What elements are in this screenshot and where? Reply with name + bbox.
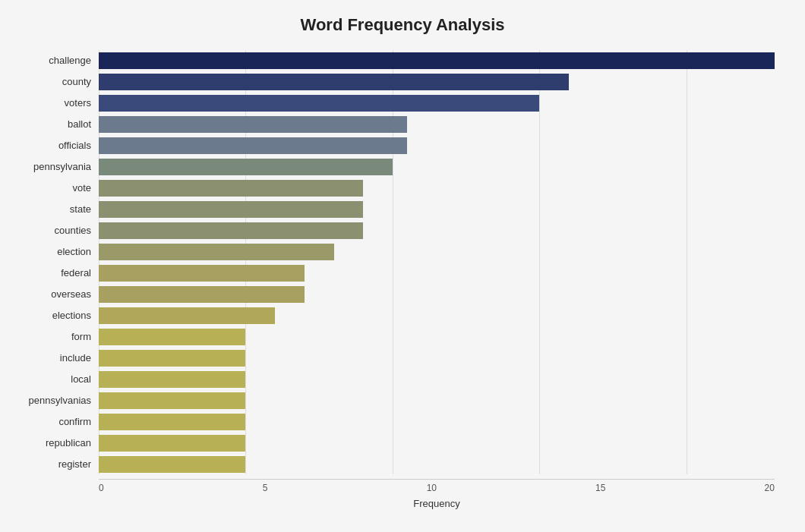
bar-row: state [99, 199, 775, 219]
bar-track [99, 137, 775, 154]
bar-label: state [8, 203, 99, 215]
bar-track [99, 159, 775, 175]
bar-track [99, 116, 775, 133]
bar-track [99, 435, 775, 452]
bar-fill [99, 180, 363, 197]
bar-fill [99, 265, 305, 282]
bar-fill [99, 350, 245, 367]
bar-row: local [99, 369, 775, 389]
x-tick: 20 [765, 483, 775, 493]
bar-row: include [99, 348, 775, 368]
bar-fill [99, 414, 245, 430]
bar-fill [99, 244, 334, 260]
bar-fill [99, 137, 407, 154]
bar-label: election [8, 246, 99, 257]
bar-label: counties [8, 225, 99, 236]
bar-fill [99, 286, 305, 303]
chart-container: Word Frequency Analysis challengecountyv… [0, 0, 805, 532]
bar-row: elections [99, 305, 775, 326]
bar-label: federal [8, 267, 99, 279]
bar-track [99, 371, 775, 388]
bar-row: challenge [99, 50, 775, 71]
bar-track [99, 52, 775, 69]
bar-row: ballot [99, 114, 775, 134]
bar-row: counties [99, 220, 775, 241]
bar-row: pennsylvanias [99, 390, 775, 411]
bar-fill [99, 329, 245, 345]
bar-label: local [8, 373, 99, 385]
x-tick: 15 [595, 483, 605, 493]
bar-fill [99, 222, 363, 239]
bar-row: federal [99, 263, 775, 283]
bar-row: officials [99, 135, 775, 156]
bar-fill [99, 307, 275, 324]
bar-track [99, 286, 775, 303]
bar-label: voters [8, 97, 99, 109]
bar-row: election [99, 241, 775, 262]
bar-track [99, 180, 775, 197]
bar-row: overseas [99, 284, 775, 304]
bar-fill [99, 95, 539, 112]
bar-label: overseas [8, 288, 99, 300]
bar-track [99, 244, 775, 260]
bar-label: pennsylvanias [8, 395, 99, 406]
bar-fill [99, 435, 245, 452]
bar-fill [99, 74, 569, 90]
bar-track [99, 222, 775, 239]
bar-fill [99, 52, 775, 69]
bar-track [99, 392, 775, 409]
bar-label: pennsylvania [8, 161, 99, 172]
bar-track [99, 350, 775, 367]
bar-label: register [8, 458, 99, 470]
x-tick: 5 [263, 483, 268, 493]
bar-row: register [99, 454, 775, 474]
bar-label: republican [8, 437, 99, 449]
bar-track [99, 307, 775, 324]
bar-track [99, 95, 775, 112]
bar-label: confirm [8, 416, 99, 427]
chart-title: Word Frequency Analysis [30, 15, 775, 35]
bar-track [99, 329, 775, 345]
bar-track [99, 265, 775, 282]
bar-label: county [8, 76, 99, 87]
bar-row: pennsylvania [99, 156, 775, 177]
bar-track [99, 74, 775, 90]
chart-area: challengecountyvotersballotofficialspenn… [99, 50, 775, 490]
x-axis-label: Frequency [99, 498, 775, 509]
bar-row: county [99, 71, 775, 92]
bar-fill [99, 392, 245, 409]
bar-label: form [8, 331, 99, 342]
bar-label: officials [8, 140, 99, 151]
bar-label: elections [8, 310, 99, 321]
bar-track [99, 414, 775, 430]
bar-label: vote [8, 182, 99, 194]
bar-track [99, 201, 775, 218]
bar-fill [99, 159, 393, 175]
x-axis: 05101520 Frequency [99, 479, 775, 502]
x-tick: 0 [99, 483, 104, 493]
bar-label: ballot [8, 118, 99, 130]
bar-row: form [99, 326, 775, 347]
bar-label: include [8, 352, 99, 364]
bar-track [99, 456, 775, 473]
bar-row: voters [99, 93, 775, 113]
bar-row: confirm [99, 411, 775, 432]
bar-row: vote [99, 178, 775, 198]
bar-row: republican [99, 433, 775, 453]
bar-fill [99, 201, 363, 218]
bar-label: challenge [8, 55, 99, 66]
x-tick: 10 [427, 483, 437, 493]
bar-fill [99, 116, 407, 133]
bar-fill [99, 371, 245, 388]
bar-fill [99, 456, 245, 473]
